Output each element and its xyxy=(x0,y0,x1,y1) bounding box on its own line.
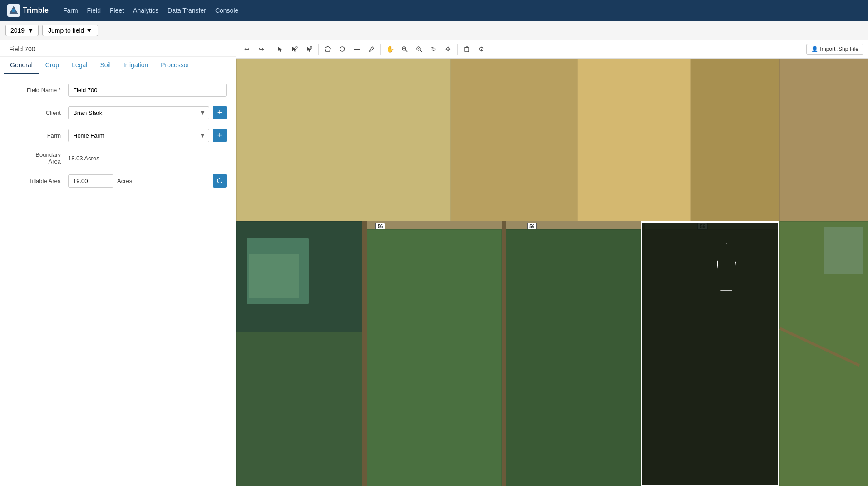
tillable-area-row: Tillable Area Acres xyxy=(9,174,227,188)
client-select[interactable]: Brian Stark xyxy=(68,106,209,119)
map-view[interactable]: 56 56 56 xyxy=(236,59,868,486)
nav-item-fleet[interactable]: Fleet xyxy=(106,5,128,16)
tab-irrigation[interactable]: Irrigation xyxy=(117,57,154,74)
toolbar-sep-1 xyxy=(271,44,271,55)
import-label: Import .Shp File xyxy=(820,46,858,52)
client-select-wrap: Brian Stark ▼ xyxy=(68,106,209,119)
svg-marker-8 xyxy=(325,46,330,51)
trimble-logo-icon xyxy=(7,4,20,17)
cursor-icon xyxy=(277,46,283,52)
line-icon xyxy=(354,46,360,52)
svg-rect-7 xyxy=(310,46,312,48)
toolbar-sep-2 xyxy=(318,44,319,55)
jump-label: Jump to field xyxy=(48,27,84,34)
tillable-area-wrap: Acres xyxy=(68,174,209,188)
svg-line-13 xyxy=(405,50,407,52)
edit-nodes-icon xyxy=(306,46,312,52)
svg-marker-6 xyxy=(307,47,311,52)
nav-item-field[interactable]: Field xyxy=(84,5,104,16)
buildings-area xyxy=(779,59,868,221)
zoom-in-button[interactable] xyxy=(398,43,411,55)
tab-crop[interactable]: Crop xyxy=(39,57,65,74)
year-dropdown[interactable]: 2019 ▼ xyxy=(5,25,39,36)
main-content: Field 700 GeneralCropLegalSoilIrrigation… xyxy=(0,40,868,486)
trash-icon xyxy=(464,46,470,52)
pan-button[interactable]: ✥ xyxy=(442,43,454,55)
person-icon: 👤 xyxy=(811,46,818,52)
left-panel: Field 700 GeneralCropLegalSoilIrrigation… xyxy=(0,40,236,486)
nav-items: FarmFieldFleetAnalyticsData TransferCons… xyxy=(59,5,242,16)
tillable-area-input[interactable] xyxy=(68,174,113,188)
jump-to-field-button[interactable]: Jump to field ▼ xyxy=(42,25,98,36)
satellite-map: 56 56 56 xyxy=(236,59,868,486)
field-patch-2 xyxy=(451,59,577,221)
rotate-button[interactable]: ↻ xyxy=(427,43,440,55)
edit-node-button[interactable] xyxy=(303,43,316,55)
field-green-3 xyxy=(502,229,641,486)
farm-label: Farm xyxy=(9,132,68,139)
field-name-input[interactable] xyxy=(68,84,227,97)
boundary-area-label: BoundaryArea xyxy=(9,151,68,165)
undo-button[interactable]: ↩ xyxy=(241,43,253,55)
redo-button[interactable]: ↪ xyxy=(255,43,268,55)
delete-button[interactable] xyxy=(460,43,473,55)
road-v-1 xyxy=(362,221,367,486)
form-area: Field Name * Client Brian Stark ▼ + xyxy=(0,74,236,486)
draw-circle-button[interactable] xyxy=(336,43,349,55)
nav-item-console[interactable]: Console xyxy=(212,5,242,16)
add-client-button[interactable]: + xyxy=(213,106,227,119)
svg-line-17 xyxy=(420,50,422,52)
field-name-label: Field Name * xyxy=(9,87,68,94)
draw-polygon-button[interactable] xyxy=(321,43,334,55)
jump-arrow: ▼ xyxy=(86,27,92,34)
boundary-area-value: 18.03 Acres xyxy=(68,155,99,162)
tillable-area-label: Tillable Area xyxy=(9,178,68,184)
tab-legal[interactable]: Legal xyxy=(65,57,94,74)
tab-soil[interactable]: Soil xyxy=(94,57,117,74)
client-row: Client Brian Stark ▼ + xyxy=(9,106,227,119)
far-right-building xyxy=(824,227,863,274)
draw-line-button[interactable] xyxy=(350,43,363,55)
pencil-button[interactable] xyxy=(365,43,378,55)
tabs-container: GeneralCropLegalSoilIrrigationProcessor xyxy=(0,57,236,74)
field-far-right xyxy=(779,221,868,486)
client-label: Client xyxy=(9,109,68,116)
svg-marker-3 xyxy=(278,47,282,52)
zoom-out-button[interactable] xyxy=(413,43,425,55)
inner-polygon xyxy=(717,243,736,291)
settings-button[interactable]: ⚙ xyxy=(475,43,488,55)
tab-processor[interactable]: Processor xyxy=(154,57,196,74)
nav-item-analytics[interactable]: Analytics xyxy=(129,5,162,16)
nav-item-data-transfer[interactable]: Data Transfer xyxy=(164,5,210,16)
map-toolbar: ↩ ↪ xyxy=(236,40,868,59)
select-area-icon xyxy=(291,46,298,52)
refresh-tillable-button[interactable] xyxy=(213,174,227,188)
select2-tool-button[interactable] xyxy=(288,43,301,55)
field-name-row: Field Name * xyxy=(9,84,227,97)
nav-item-farm[interactable]: Farm xyxy=(59,5,82,16)
field-patch-1 xyxy=(236,59,451,221)
farm-select[interactable]: Home Farm xyxy=(68,129,209,142)
app-name: Trimble xyxy=(23,6,49,15)
import-shp-button[interactable]: 👤 Import .Shp File xyxy=(806,44,863,55)
svg-point-5 xyxy=(296,46,297,48)
farm-select-wrap: Home Farm ▼ xyxy=(68,129,209,142)
tillable-area-unit: Acres xyxy=(117,178,132,184)
toolbar-sep-4 xyxy=(457,44,458,55)
field-patch-4 xyxy=(691,59,779,221)
svg-point-9 xyxy=(340,47,345,51)
right-panel: ↩ ↪ xyxy=(236,40,868,486)
hand-tool-button[interactable]: ✋ xyxy=(384,43,396,55)
boundary-area-row: BoundaryArea 18.03 Acres xyxy=(9,151,227,165)
year-value: 2019 xyxy=(10,27,25,34)
zoom-in-icon xyxy=(401,46,408,52)
toolbar-sep-3 xyxy=(380,44,381,55)
farm-row: Farm Home Farm ▼ + xyxy=(9,129,227,142)
select-tool-button[interactable] xyxy=(274,43,286,55)
tab-general[interactable]: General xyxy=(4,57,39,74)
barn-building-2 xyxy=(249,254,300,298)
field-title: Field 700 xyxy=(0,40,236,57)
svg-point-2 xyxy=(12,9,15,12)
add-farm-button[interactable]: + xyxy=(213,129,227,142)
zoom-out-icon xyxy=(416,46,422,52)
